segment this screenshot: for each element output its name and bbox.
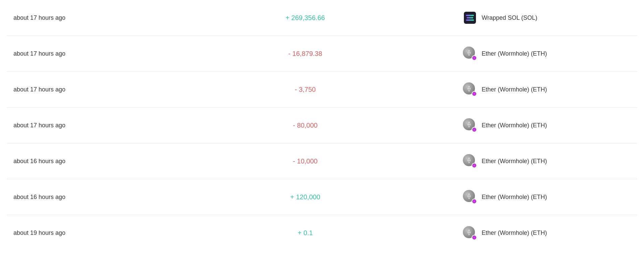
token-name: Ether (Wormhole) (ETH) — [482, 158, 547, 165]
eth-wormhole-icon — [463, 47, 477, 61]
transaction-token: Ether (Wormhole) (ETH) — [463, 226, 631, 240]
table-row: about 17 hours ago- 80,000Ether (Wormhol… — [7, 108, 637, 143]
table-row: about 16 hours ago- 10,000Ether (Wormhol… — [7, 143, 637, 179]
table-row: about 17 hours ago- 16,879.38Ether (Worm… — [7, 36, 637, 72]
eth-wormhole-icon — [463, 190, 477, 204]
token-name: Ether (Wormhole) (ETH) — [482, 229, 547, 237]
table-row: about 16 hours ago+ 120,000Ether (Wormho… — [7, 179, 637, 215]
transaction-token: Wrapped SOL (SOL) — [463, 11, 631, 25]
transaction-time: about 19 hours ago — [13, 229, 148, 237]
eth-wormhole-icon — [463, 82, 477, 96]
transaction-time: about 17 hours ago — [13, 122, 148, 129]
table-row: about 17 hours ago+ 269,356.66Wrapped SO… — [7, 0, 637, 36]
transactions-table: about 17 hours ago+ 269,356.66Wrapped SO… — [0, 0, 644, 251]
token-name: Ether (Wormhole) (ETH) — [482, 86, 547, 93]
transaction-amount: - 3,750 — [148, 86, 463, 93]
transaction-token: Ether (Wormhole) (ETH) — [463, 118, 631, 132]
transaction-amount: + 269,356.66 — [148, 14, 463, 22]
eth-wormhole-icon — [463, 226, 477, 240]
token-name: Ether (Wormhole) (ETH) — [482, 122, 547, 129]
transaction-amount: - 80,000 — [148, 122, 463, 129]
token-name: Ether (Wormhole) (ETH) — [482, 194, 547, 201]
token-name: Ether (Wormhole) (ETH) — [482, 50, 547, 57]
transaction-time: about 17 hours ago — [13, 50, 148, 57]
table-row: about 19 hours ago+ 0.1Ether (Wormhole) … — [7, 215, 637, 251]
transaction-time: about 17 hours ago — [13, 14, 148, 21]
transaction-amount: - 10,000 — [148, 157, 463, 165]
transaction-amount: + 120,000 — [148, 193, 463, 201]
transaction-amount: - 16,879.38 — [148, 50, 463, 58]
transaction-token: Ether (Wormhole) (ETH) — [463, 47, 631, 61]
transaction-time: about 17 hours ago — [13, 86, 148, 93]
eth-wormhole-icon — [463, 118, 477, 132]
token-name: Wrapped SOL (SOL) — [482, 14, 537, 21]
transaction-amount: + 0.1 — [148, 229, 463, 237]
sol-icon — [463, 11, 477, 25]
transaction-token: Ether (Wormhole) (ETH) — [463, 190, 631, 204]
eth-wormhole-icon — [463, 154, 477, 168]
transaction-token: Ether (Wormhole) (ETH) — [463, 154, 631, 168]
transaction-time: about 16 hours ago — [13, 194, 148, 201]
transaction-time: about 16 hours ago — [13, 158, 148, 165]
transaction-token: Ether (Wormhole) (ETH) — [463, 82, 631, 96]
table-row: about 17 hours ago- 3,750Ether (Wormhole… — [7, 72, 637, 108]
